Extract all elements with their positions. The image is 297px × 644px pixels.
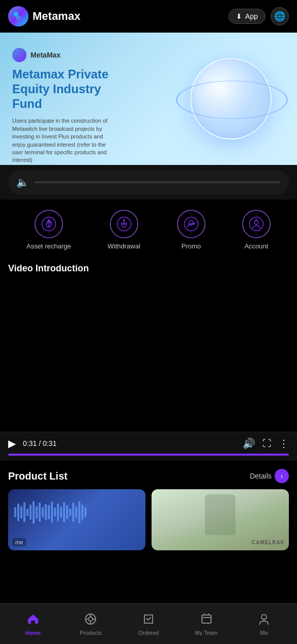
products-icon <box>84 612 97 628</box>
withdrawal-icon-wrap <box>110 210 138 238</box>
video-controls: ▶ 0:31 / 0:31 🔊 ⛶ ⋮ <box>0 432 297 461</box>
svg-point-13 <box>88 617 93 621</box>
more-options-icon[interactable]: ⋮ <box>279 437 289 450</box>
action-withdrawal[interactable]: Withdrawal <box>108 210 140 250</box>
volume-icon[interactable]: 🔊 <box>243 437 255 450</box>
action-promo[interactable]: Promo <box>177 210 205 250</box>
video-area[interactable] <box>0 279 297 432</box>
globe-icon: 🌐 <box>274 11 285 22</box>
details-arrow-button[interactable]: › <box>275 469 289 483</box>
wave-bar <box>20 506 22 519</box>
wave-bar <box>14 507 16 517</box>
language-button[interactable]: 🌐 <box>271 7 289 25</box>
wave-bar <box>29 505 32 520</box>
fullscreen-icon[interactable]: ⛶ <box>262 438 272 449</box>
nav-me-label: Me <box>260 630 268 636</box>
ordered-icon <box>142 612 155 628</box>
waveform-visual <box>8 489 145 525</box>
product-card-1[interactable]: me <box>8 489 145 550</box>
app-header: Metamax ⬇ App 🌐 <box>0 0 297 33</box>
withdrawal-label: Withdrawal <box>108 242 140 250</box>
banner-logo-icon <box>12 48 26 62</box>
wave-bar <box>72 502 74 522</box>
details-link[interactable]: Details › <box>250 469 289 483</box>
glass-decoration <box>190 58 272 139</box>
wave-bar <box>81 505 83 520</box>
wave-bar <box>23 502 25 522</box>
wave-bar <box>48 505 50 519</box>
promo-icon-wrap <box>177 210 205 238</box>
download-app-button[interactable]: ⬇ App <box>228 9 265 24</box>
wave-bar <box>69 509 71 516</box>
controls-row: ▶ 0:31 / 0:31 🔊 ⛶ ⋮ <box>8 437 289 450</box>
nav-home[interactable]: Home <box>4 608 62 640</box>
wave-bar <box>42 507 44 517</box>
svg-rect-18 <box>202 615 211 623</box>
backpack-shape <box>205 494 235 535</box>
nav-my-team[interactable]: My Team <box>177 608 235 640</box>
audio-track <box>34 181 281 183</box>
product-card-2[interactable]: CAMELBAK <box>152 489 289 550</box>
promo-icon <box>184 216 199 232</box>
wave-bar <box>17 503 19 521</box>
audio-volume-icon: 🔈 <box>16 176 29 188</box>
wave-bar <box>84 507 86 517</box>
asset-recharge-icon-wrap <box>35 210 63 238</box>
nav-products[interactable]: Products <box>62 608 120 640</box>
logo-icon <box>8 6 28 26</box>
wave-bar <box>78 501 80 523</box>
nav-home-label: Home <box>25 630 41 636</box>
video-progress-bar <box>8 454 289 456</box>
play-button[interactable]: ▶ <box>8 437 16 450</box>
banner-content: MetaMax Metamax Private Equity Industry … <box>12 48 186 165</box>
home-icon <box>26 612 40 628</box>
nav-ordered[interactable]: Ordered <box>120 608 177 640</box>
account-icon <box>249 216 264 232</box>
nav-my-team-label: My Team <box>195 630 217 636</box>
wave-bar <box>57 503 59 521</box>
svg-point-2 <box>16 15 21 20</box>
audio-bar-section: 🔈 <box>0 165 297 200</box>
bottom-navigation: Home Products Ordered <box>0 603 297 644</box>
glass-sphere <box>190 58 272 139</box>
time-display: 0:31 / 0:31 <box>23 439 235 447</box>
svg-point-9 <box>184 217 198 231</box>
wave-bar <box>66 505 68 519</box>
asset-recharge-icon <box>41 216 56 232</box>
audio-progress-bar[interactable]: 🔈 <box>8 170 289 194</box>
wave-bar <box>33 501 35 524</box>
banner-logo-row: MetaMax <box>12 48 186 62</box>
bottom-spacer <box>0 558 297 604</box>
wave-bar <box>39 502 41 522</box>
details-label: Details <box>250 472 272 480</box>
download-icon: ⬇ <box>236 12 242 20</box>
wave-bar <box>60 507 62 518</box>
me-icon <box>257 612 271 628</box>
withdrawal-icon <box>116 216 132 232</box>
product-list-header: Product List Details › <box>0 461 297 489</box>
svg-point-11 <box>254 220 258 225</box>
product-cards-row: me CAMELBAK <box>0 489 297 550</box>
header-actions: ⬇ App 🌐 <box>228 7 289 25</box>
wave-bar <box>36 506 38 519</box>
product-list-title: Product List <box>8 470 68 482</box>
product-list-section: Product List Details › <box>0 461 297 558</box>
wave-bar <box>63 502 65 522</box>
promo-label: Promo <box>182 242 201 250</box>
wave-bar <box>26 509 28 516</box>
asset-recharge-label: Asset recharge <box>26 242 71 250</box>
account-icon-wrap <box>242 210 271 238</box>
account-label: Account <box>244 242 268 250</box>
action-account[interactable]: Account <box>242 210 271 250</box>
wave-bar <box>75 506 77 518</box>
nav-products-label: Products <box>80 630 102 636</box>
nav-me[interactable]: Me <box>235 608 293 640</box>
wave-bar <box>45 504 47 520</box>
action-asset-recharge[interactable]: Asset recharge <box>26 210 71 250</box>
banner-description: Users participate in the construction of… <box>12 117 114 164</box>
nav-ordered-label: Ordered <box>138 630 159 636</box>
wave-bar <box>51 501 53 523</box>
quick-actions-row: Asset recharge Withdrawal Promo <box>0 200 297 255</box>
logo-group: Metamax <box>8 6 80 26</box>
app-name: Metamax <box>33 10 80 23</box>
